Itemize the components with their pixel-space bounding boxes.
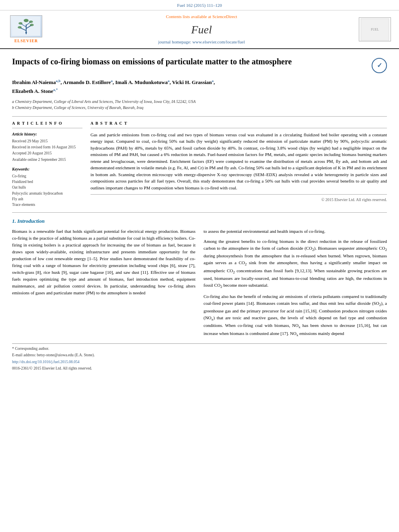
author-mudunkotuwa: Imali A. Mudunkotuwa: [115, 80, 168, 86]
abstract-label: A B S T R A C T: [90, 121, 387, 128]
journal-center: Contents lists available at ScienceDirec…: [48, 14, 355, 45]
article-title: Impacts of co-firing biomass on emission…: [12, 56, 372, 67]
elsevier-label: ELSEVIER: [14, 38, 38, 44]
issn-text: 0016-2361/© 2015 Elsevier Ltd. All right…: [12, 366, 92, 370]
copyright-line: © 2015 Elsevier Ltd. All rights reserved…: [90, 194, 387, 203]
author-al-naiema: Ibrahim Al-Naiema: [12, 80, 56, 86]
introduction-heading-text: 1. Introduction: [12, 218, 45, 224]
svg-point-10: [24, 19, 29, 22]
keyword-5: Fly ash: [12, 197, 82, 202]
svg-point-6: [18, 26, 22, 29]
keyword-4: Polycyclic aromatic hydrocarbon: [12, 191, 82, 196]
citation-text: Fuel 162 (2015) 111–120: [177, 3, 222, 8]
abstract-panel: A B S T R A C T Gas and particle emissio…: [90, 121, 387, 208]
homepage-label: journal homepage:: [158, 39, 192, 44]
author-grassian: Vicki H. Grassian: [172, 80, 212, 86]
svg-point-9: [29, 21, 33, 23]
issn-line: 0016-2361/© 2015 Elsevier Ltd. All right…: [12, 366, 387, 371]
body-col-left: Biomass is a renewable fuel that holds s…: [12, 228, 195, 338]
sciencedirect-prefix: Contents lists available at: [166, 14, 212, 19]
svg-text:FUEL: FUEL: [371, 28, 379, 31]
author-stone-sup: a,*: [53, 88, 58, 92]
article-info-label: A R T I C L E I N F O: [12, 121, 82, 128]
keyword-2: Fluidized bed: [12, 179, 82, 185]
keyword-3: Oat hulls: [12, 185, 82, 190]
email-label-text: E-mail address: betsy-stone@uiowa.edu (E…: [12, 353, 95, 357]
journal-homepage: journal homepage: www.elsevier.com/locat…: [48, 39, 355, 45]
doi-link[interactable]: http://dx.doi.org/10.1016/j.fuel.2015.08…: [12, 360, 79, 364]
keyword-1: Co-firing: [12, 174, 82, 179]
author-estillore-sup: a: [111, 79, 113, 83]
received-date: Received 29 May 2015: [12, 139, 82, 144]
intro-para-4: Co-firing also has the benefit of reduci…: [204, 293, 387, 338]
elsevier-logo: ELSEVIER: [8, 15, 44, 44]
author-estillore: Armando D. Estillore: [63, 80, 111, 86]
elsevier-logo-image: [10, 15, 42, 37]
abstract-text: Gas and particle emissions from co-firin…: [90, 131, 387, 191]
sciencedirect-link[interactable]: ScienceDirect: [212, 14, 237, 19]
body-columns: Biomass is a renewable fuel that holds s…: [12, 228, 387, 338]
author-mudunkotuwa-sup: a: [168, 79, 170, 83]
author-grassian-sup: a: [212, 79, 214, 83]
corresponding-label: * Corresponding author.: [12, 347, 49, 351]
svg-point-7: [30, 24, 34, 26]
journal-name: Fuel: [48, 22, 355, 37]
author-al-naiema-sup: a,b: [56, 79, 61, 83]
doi-line: http://dx.doi.org/10.1016/j.fuel.2015.08…: [12, 359, 387, 365]
intro-para-3: Among the greatest benefits to co-firing…: [204, 238, 387, 290]
revised-date: Received in revised form 16 August 2015: [12, 145, 82, 150]
body-col-right: to assess the potential environmental an…: [204, 228, 387, 338]
footnotes-area: * Corresponding author. E-mail address: …: [12, 343, 387, 371]
sciencedirect-line: Contents lists available at ScienceDirec…: [48, 14, 355, 20]
main-content: Impacts of co-firing biomass on emission…: [0, 56, 399, 380]
journal-logo-right: FUEL: [359, 17, 391, 41]
body-separator: [12, 212, 387, 213]
email-note: E-mail address: betsy-stone@uiowa.edu (E…: [12, 353, 387, 358]
svg-point-11: [25, 32, 27, 33]
homepage-url[interactable]: www.elsevier.com/locate/fuel: [192, 39, 245, 44]
article-info-panel: A R T I C L E I N F O Article history: R…: [12, 121, 82, 208]
corresponding-author-note: * Corresponding author.: [12, 346, 387, 351]
accepted-date: Accepted 20 August 2015: [12, 151, 82, 156]
affiliations: a Chemistry Department, College of Liber…: [12, 99, 387, 111]
authors-line: Ibrahim Al-Naiemaa,b, Armando D. Estillo…: [12, 78, 387, 96]
keyword-6: Trace elements: [12, 202, 82, 207]
affiliation-a: a Chemistry Department, College of Liber…: [12, 99, 387, 105]
affiliation-b: b Chemistry Department, College of Scien…: [12, 105, 387, 111]
author-stone: Elizabeth A. Stone: [12, 88, 53, 94]
intro-para-1: Biomass is a renewable fuel that holds s…: [12, 228, 195, 296]
svg-point-8: [19, 22, 23, 25]
journal-header: ELSEVIER Contents lists available at Sci…: [0, 10, 399, 49]
crossmark-badge: ✓: [372, 58, 387, 73]
intro-para-2: to assess the potential environmental an…: [204, 228, 387, 235]
article-title-area: Impacts of co-firing biomass on emission…: [12, 56, 387, 73]
citation-bar: Fuel 162 (2015) 111–120: [0, 0, 399, 10]
online-date: Available online 2 September 2015: [12, 157, 82, 162]
info-abstract-section: A R T I C L E I N F O Article history: R…: [12, 116, 387, 208]
keywords-label: Keywords:: [12, 166, 82, 172]
history-label: Article history:: [12, 131, 82, 137]
introduction-heading: 1. Introduction: [12, 218, 387, 225]
